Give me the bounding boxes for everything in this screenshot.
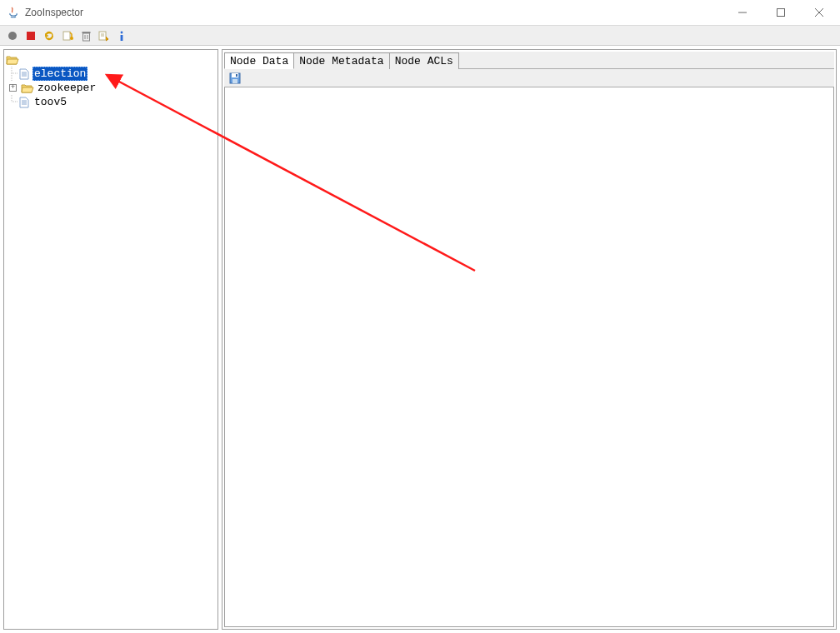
tree-node-election[interactable]: election xyxy=(6,67,216,81)
tree-node-label: toov5 xyxy=(32,96,68,108)
file-icon xyxy=(18,67,31,81)
titlebar: ZooInspector xyxy=(0,0,840,26)
window-controls xyxy=(723,0,838,25)
tabs: Node Data Node Metadata Node ACLs xyxy=(224,52,834,69)
svg-rect-9 xyxy=(82,32,90,33)
delete-node-icon[interactable] xyxy=(78,28,93,43)
node-viewers-icon[interactable] xyxy=(97,28,112,43)
window-title: ZooInspector xyxy=(25,7,723,18)
svg-rect-29 xyxy=(232,79,238,83)
svg-rect-6 xyxy=(63,32,70,40)
refresh-icon[interactable] xyxy=(42,28,57,43)
tree[interactable]: election + zookeeper xyxy=(6,52,216,109)
close-button[interactable] xyxy=(800,0,838,25)
folder-open-icon xyxy=(6,53,19,67)
main-area: election + zookeeper xyxy=(0,46,840,633)
tab-label: Node Data xyxy=(230,55,288,67)
tab-node-data[interactable]: Node Data xyxy=(224,52,294,69)
maximize-button[interactable] xyxy=(762,0,800,25)
svg-rect-16 xyxy=(121,35,123,41)
save-icon[interactable] xyxy=(228,71,242,86)
svg-rect-5 xyxy=(27,32,35,40)
disconnect-icon[interactable] xyxy=(23,28,38,43)
svg-point-15 xyxy=(121,31,123,33)
java-app-icon xyxy=(7,6,20,19)
content-toolbar xyxy=(224,69,834,87)
folder-icon xyxy=(21,82,34,95)
svg-rect-8 xyxy=(82,33,89,41)
tree-node-label: election xyxy=(32,67,88,81)
svg-point-4 xyxy=(8,32,17,40)
expand-icon[interactable]: + xyxy=(9,84,17,92)
tree-root-node[interactable] xyxy=(6,52,216,67)
tree-panel: election + zookeeper xyxy=(3,49,218,630)
tree-node-label: zookeeper xyxy=(36,82,98,94)
file-icon xyxy=(18,96,31,109)
tab-label: Node Metadata xyxy=(299,55,383,67)
content-panel: Node Data Node Metadata Node ACLs xyxy=(222,49,837,630)
tree-node-toov5[interactable]: toov5 xyxy=(6,95,216,109)
svg-point-7 xyxy=(70,37,73,40)
add-node-icon[interactable] xyxy=(60,28,75,43)
connect-icon[interactable] xyxy=(5,28,20,43)
about-icon[interactable] xyxy=(115,28,130,43)
tab-label: Node ACLs xyxy=(395,55,453,67)
svg-rect-30 xyxy=(236,74,238,77)
node-data-content[interactable] xyxy=(224,87,834,627)
svg-rect-1 xyxy=(778,9,785,17)
tree-node-zookeeper[interactable]: + zookeeper xyxy=(6,81,216,95)
tab-node-metadata[interactable]: Node Metadata xyxy=(293,52,389,69)
minimize-button[interactable] xyxy=(723,0,762,25)
tab-node-acls[interactable]: Node ACLs xyxy=(389,52,459,69)
main-toolbar xyxy=(0,26,840,46)
